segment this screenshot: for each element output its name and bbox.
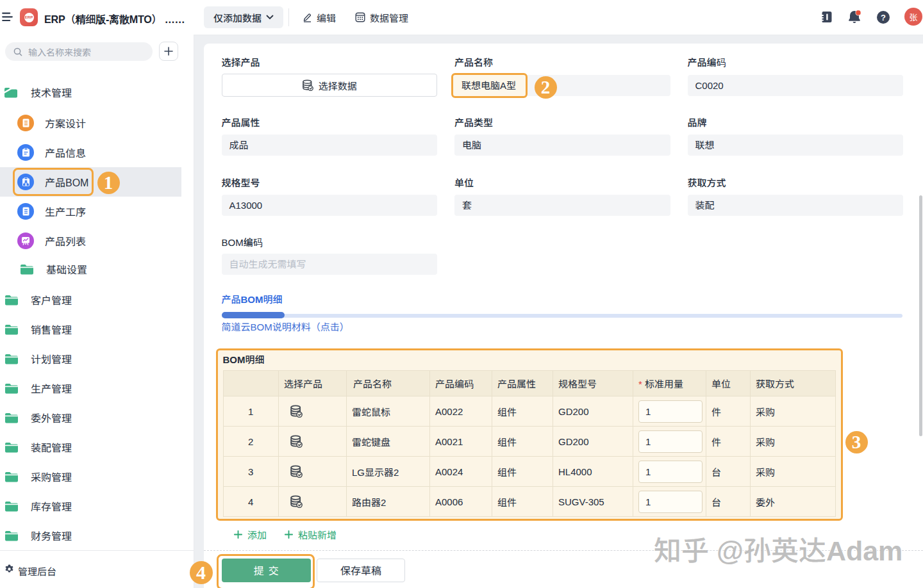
svg-text:?: ?: [881, 13, 886, 22]
